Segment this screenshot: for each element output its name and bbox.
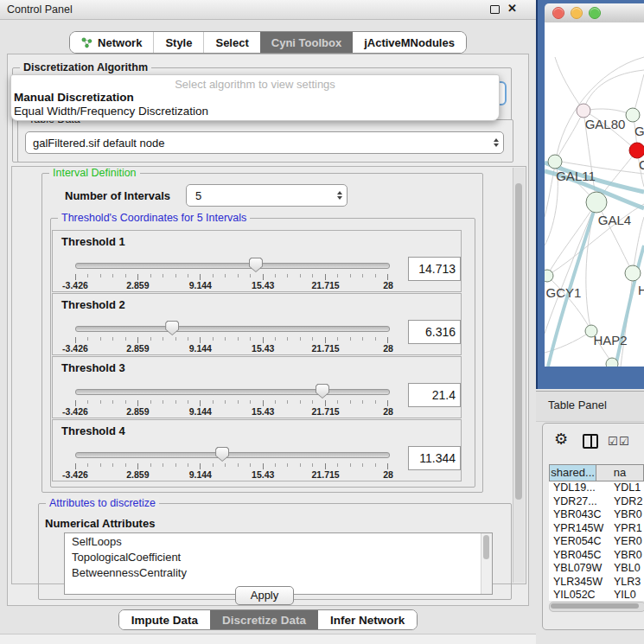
- network-node[interactable]: [629, 143, 644, 158]
- slider-thumb[interactable]: [215, 447, 229, 462]
- traffic-light-close[interactable]: [552, 7, 564, 19]
- table-column-header[interactable]: shared...: [550, 465, 596, 481]
- table-cell[interactable]: YER0: [611, 535, 642, 549]
- slider-track[interactable]: [75, 452, 390, 458]
- tab-network[interactable]: Network: [70, 32, 153, 53]
- table-cell[interactable]: YBL0: [611, 562, 641, 576]
- scrollbar-thumb[interactable]: [515, 183, 522, 500]
- algorithm-option[interactable]: Manual Discretization: [11, 91, 499, 105]
- scale-label: 2.859: [126, 280, 149, 290]
- threshold-slider[interactable]: -3.4262.8599.14415.4321.71528: [75, 257, 388, 290]
- attribute-item[interactable]: TopologicalCoefficient: [65, 549, 492, 564]
- slider-track[interactable]: [75, 263, 390, 269]
- table-cell[interactable]: YDL1: [611, 481, 641, 495]
- threshold-slider[interactable]: -3.4262.8599.14415.4321.71528: [75, 446, 388, 479]
- table-horizontal-scrollbar[interactable]: [549, 602, 644, 612]
- threshold-value[interactable]: 21.4: [408, 383, 461, 407]
- threshold-value[interactable]: 11.344: [408, 446, 461, 470]
- table-cell[interactable]: YIL052C: [549, 589, 611, 601]
- slider-track[interactable]: [75, 326, 390, 332]
- checkbox-icon[interactable]: ☑: [608, 436, 618, 447]
- threshold-slider[interactable]: -3.4262.8599.14415.4321.71528: [75, 320, 388, 353]
- tab-cyni-toolbox[interactable]: Cyni Toolbox: [260, 32, 353, 53]
- table-row[interactable]: YLR345WYLR3: [549, 576, 644, 590]
- slider-thumb[interactable]: [316, 384, 329, 399]
- network-node[interactable]: [586, 192, 607, 213]
- close-icon[interactable]: ✕: [507, 2, 517, 15]
- table-cell[interactable]: YLR3: [611, 576, 641, 590]
- table-cell[interactable]: YDR2: [611, 495, 642, 509]
- traffic-light-minimize[interactable]: [571, 7, 583, 19]
- network-node[interactable]: [545, 270, 553, 282]
- table-row[interactable]: YPR145WYPR1: [549, 522, 644, 536]
- float-window-icon[interactable]: [490, 5, 500, 14]
- table-header-row: shared...na: [549, 464, 644, 481]
- threshold-label: Threshold 3: [61, 361, 125, 374]
- table-row[interactable]: YBR043CYBR0: [549, 508, 644, 522]
- table-data-combobox[interactable]: galFiltered.sif default node: [25, 131, 504, 154]
- discretization-algorithm-title: Discretization Algorithm: [20, 61, 151, 73]
- tab-impute-data[interactable]: Impute Data: [119, 610, 210, 629]
- table-row[interactable]: YDL19...YDL1: [549, 481, 644, 495]
- table-cell[interactable]: YDL19...: [549, 481, 611, 495]
- table-cell[interactable]: YBR0: [611, 549, 642, 563]
- attribute-item[interactable]: SelfLoops: [65, 533, 492, 549]
- algorithm-dropdown-prompt: Select algorithm to view settings: [11, 78, 499, 91]
- network-window-titlebar[interactable]: [545, 3, 644, 23]
- table-cell[interactable]: YBR045C: [549, 549, 611, 563]
- algorithm-option[interactable]: Equal Width/Frequency Discretization: [11, 105, 499, 118]
- number-of-intervals-combobox[interactable]: 5: [186, 184, 348, 207]
- threshold-slider[interactable]: -3.4262.8599.14415.4321.71528: [75, 383, 388, 416]
- network-edge: [547, 276, 591, 331]
- table-row[interactable]: YBL079WYBL0: [549, 562, 644, 576]
- table-row[interactable]: YDR27...YDR2: [549, 495, 644, 509]
- slider-scale-labels: -3.4262.8599.14415.4321.71528: [75, 469, 388, 479]
- table-cell[interactable]: YPR1: [611, 522, 642, 536]
- threshold-row: Threshold 3 -3.4262.8599.14415.4321.7152…: [52, 356, 462, 418]
- scrollbar-thumb[interactable]: [551, 603, 639, 609]
- tab-label: Discretize Data: [222, 614, 306, 627]
- network-edge: [583, 109, 633, 115]
- tab-discretize-data[interactable]: Discretize Data: [210, 610, 318, 629]
- threshold-value[interactable]: 14.713: [408, 257, 461, 281]
- slider-scale-labels: -3.4262.8599.14415.4321.71528: [75, 406, 388, 416]
- table-cell[interactable]: YPR145W: [549, 522, 611, 536]
- columns-icon[interactable]: [583, 434, 598, 449]
- tab-infer-network[interactable]: Infer Network: [318, 610, 417, 629]
- panel-vertical-scrollbar[interactable]: [513, 168, 525, 583]
- scrollbar-thumb[interactable]: [483, 535, 489, 559]
- table-column-header[interactable]: na: [596, 465, 643, 481]
- threshold-value[interactable]: 6.316: [408, 320, 461, 344]
- network-node[interactable]: [577, 104, 590, 118]
- table-cell[interactable]: YBL079W: [549, 562, 611, 576]
- gear-icon[interactable]: ⚙: [554, 431, 568, 447]
- table-cell[interactable]: YIL0: [611, 589, 636, 601]
- tab-jactivemnodules[interactable]: jActiveMNodules: [353, 32, 466, 53]
- table-cell[interactable]: YER054C: [549, 535, 611, 549]
- table-row[interactable]: YBR045CYBR0: [549, 549, 644, 563]
- scale-label: 15.43: [252, 280, 274, 290]
- table-cell[interactable]: YBR043C: [549, 508, 611, 522]
- slider-thumb[interactable]: [165, 321, 179, 335]
- table-row[interactable]: YER054CYER0: [549, 535, 644, 549]
- checkbox-icon[interactable]: ☑: [619, 436, 629, 447]
- apply-button[interactable]: Apply: [235, 586, 294, 605]
- network-node[interactable]: [625, 265, 641, 281]
- attribute-item[interactable]: BetweennessCentrality: [65, 564, 492, 580]
- list-vertical-scrollbar[interactable]: [481, 533, 492, 594]
- combo-stepper-icon[interactable]: [335, 185, 347, 206]
- network-node[interactable]: [548, 155, 562, 169]
- network-view[interactable]: GAL80GACGAL11GAL4GCY1HHAP2: [545, 22, 644, 367]
- table-cell[interactable]: YDR27...: [549, 495, 611, 509]
- slider-track[interactable]: [75, 389, 390, 395]
- network-node[interactable]: [626, 108, 640, 122]
- tab-style[interactable]: Style: [153, 32, 203, 53]
- table-cell[interactable]: YBR0: [611, 508, 642, 522]
- traffic-light-zoom[interactable]: [589, 7, 601, 19]
- table-cell[interactable]: YLR345W: [549, 576, 611, 590]
- network-node[interactable]: [606, 358, 618, 367]
- table-row[interactable]: YIL052CYIL0: [549, 589, 644, 601]
- combo-stepper-icon[interactable]: [491, 132, 503, 153]
- tab-select[interactable]: Select: [203, 32, 259, 53]
- slider-thumb[interactable]: [249, 258, 263, 272]
